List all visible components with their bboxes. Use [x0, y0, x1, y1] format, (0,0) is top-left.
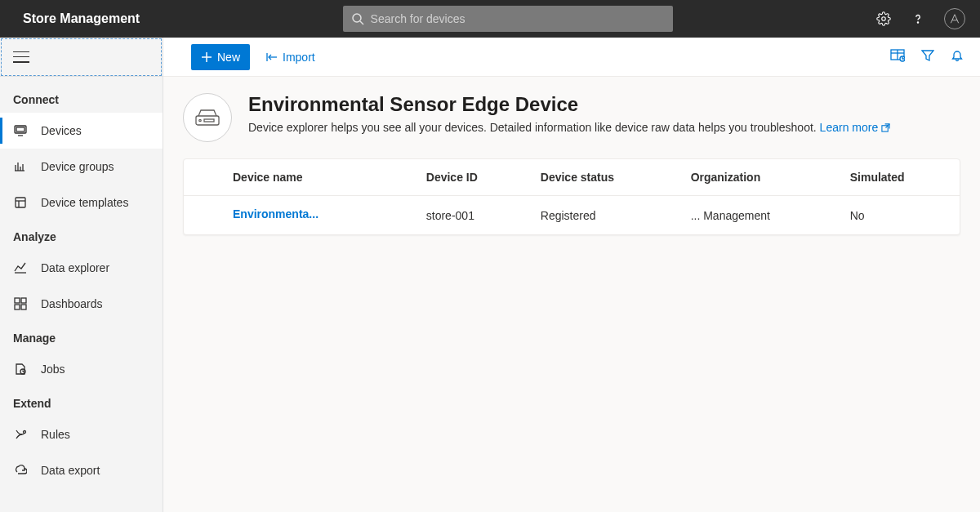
- data-export-icon: [13, 463, 28, 478]
- settings-icon[interactable]: [875, 11, 892, 27]
- search-input[interactable]: [371, 12, 665, 25]
- sidebar-item-device-templates[interactable]: Device templates: [0, 185, 163, 220]
- sidebar-item-label: Devices: [41, 124, 82, 137]
- cell-simulated: No: [840, 196, 960, 235]
- table-header-row: Device name Device ID Device status Orga…: [184, 159, 960, 196]
- avatar[interactable]: [944, 8, 965, 29]
- sidebar: Connect Devices Device groups Device tem…: [0, 38, 163, 512]
- learn-more-link[interactable]: Learn more: [820, 121, 890, 134]
- col-device-id[interactable]: Device ID: [416, 159, 531, 196]
- svg-line-22: [23, 372, 24, 372]
- command-bar: New Import: [163, 38, 980, 77]
- cell-organization: ... Management: [681, 196, 840, 235]
- sidebar-item-label: Data export: [41, 464, 100, 477]
- col-simulated[interactable]: Simulated: [840, 159, 960, 196]
- import-icon: [266, 51, 278, 63]
- devices-table: Device name Device ID Device status Orga…: [183, 158, 960, 235]
- import-button[interactable]: Import: [260, 44, 322, 70]
- top-bar: Store Management: [0, 0, 980, 38]
- svg-rect-35: [204, 119, 214, 122]
- filter-icon[interactable]: [921, 49, 934, 65]
- page-title: Environmental Sensor Edge Device: [248, 93, 890, 116]
- sidebar-item-label: Device templates: [41, 196, 128, 209]
- section-analyze-label: Analyze: [0, 220, 163, 250]
- svg-rect-18: [15, 305, 20, 309]
- section-extend-label: Extend: [0, 387, 163, 416]
- table-row[interactable]: Environmenta... store-001 Registered ...…: [184, 196, 960, 235]
- cell-device-status: Registered: [531, 196, 681, 235]
- svg-rect-5: [16, 127, 24, 131]
- col-organization[interactable]: Organization: [681, 159, 840, 196]
- section-connect-label: Connect: [0, 83, 163, 113]
- search-box[interactable]: [343, 6, 673, 32]
- dashboards-icon: [13, 296, 28, 311]
- device-groups-icon: [13, 159, 28, 174]
- help-icon[interactable]: [910, 11, 926, 27]
- hamburger-icon[interactable]: [13, 51, 29, 63]
- gateway-icon: [183, 93, 232, 142]
- sidebar-item-rules[interactable]: Rules: [0, 416, 163, 452]
- sidebar-item-device-groups[interactable]: Device groups: [0, 149, 163, 185]
- cell-device-id: store-001: [416, 196, 531, 235]
- svg-line-1: [360, 21, 363, 24]
- topbar-actions: [875, 8, 965, 29]
- search-icon: [351, 12, 364, 25]
- sidebar-item-dashboards[interactable]: Dashboards: [0, 286, 163, 322]
- sidebar-item-label: Data explorer: [41, 261, 109, 274]
- data-explorer-icon: [13, 260, 28, 275]
- col-device-name[interactable]: Device name: [184, 159, 416, 196]
- sidebar-item-label: Jobs: [41, 363, 65, 376]
- sidebar-item-label: Rules: [41, 428, 70, 441]
- new-button-label: New: [217, 51, 240, 64]
- sidebar-item-data-explorer[interactable]: Data explorer: [0, 250, 163, 286]
- svg-rect-16: [15, 298, 20, 303]
- svg-marker-32: [922, 51, 933, 60]
- import-button-label: Import: [283, 51, 315, 64]
- svg-point-23: [24, 431, 26, 434]
- bell-icon[interactable]: [951, 49, 964, 65]
- device-name-link[interactable]: Environmenta...: [233, 207, 318, 220]
- svg-rect-12: [16, 198, 25, 207]
- jobs-icon: [13, 362, 28, 376]
- page-header: Environmental Sensor Edge Device Device …: [183, 93, 960, 142]
- svg-rect-17: [21, 298, 26, 303]
- app-title: Store Management: [23, 11, 140, 26]
- col-device-status[interactable]: Device status: [531, 159, 681, 196]
- devices-icon: [13, 123, 28, 138]
- svg-point-34: [199, 119, 201, 121]
- rules-icon: [13, 427, 28, 442]
- plus-icon: [201, 51, 212, 63]
- new-button[interactable]: New: [191, 44, 250, 70]
- sidebar-item-label: Device groups: [41, 160, 114, 173]
- svg-point-2: [882, 17, 886, 21]
- svg-point-0: [353, 14, 361, 22]
- sidebar-toggle-area[interactable]: [0, 38, 163, 77]
- svg-point-3: [917, 22, 918, 23]
- sidebar-item-devices[interactable]: Devices: [0, 113, 163, 149]
- sidebar-item-jobs[interactable]: Jobs: [0, 351, 163, 387]
- sidebar-item-data-export[interactable]: Data export: [0, 452, 163, 488]
- page-description: Device explorer helps you see all your d…: [248, 121, 890, 134]
- svg-rect-19: [21, 305, 26, 309]
- search-wrap: [140, 6, 875, 32]
- section-manage-label: Manage: [0, 322, 163, 351]
- device-templates-icon: [13, 195, 28, 210]
- main-content: New Import Environmental Sensor Edge Dev…: [163, 38, 980, 512]
- sidebar-item-label: Dashboards: [41, 297, 103, 310]
- columns-icon[interactable]: [890, 48, 905, 66]
